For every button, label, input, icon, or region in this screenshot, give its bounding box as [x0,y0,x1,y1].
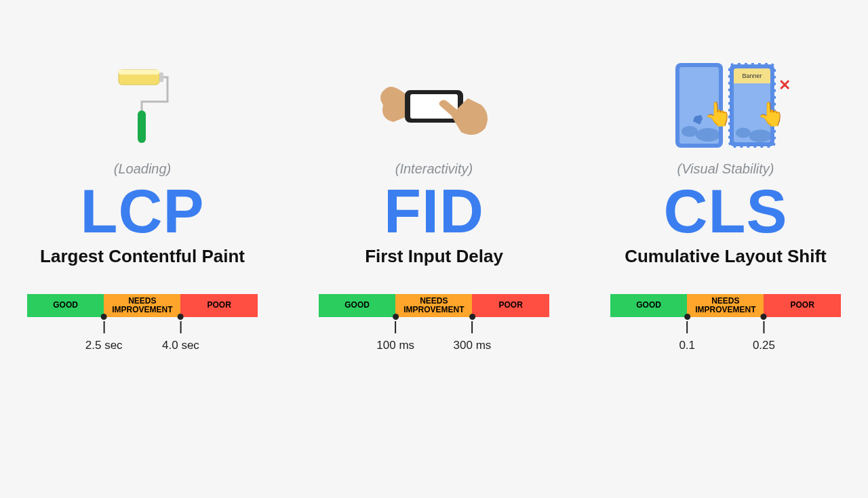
svg-point-10 [736,127,751,138]
metric-acronym: CLS [664,181,788,242]
banner-label: Banner [734,68,770,83]
segment-poor: POOR [764,294,841,317]
paint-roller-icon [112,61,173,149]
threshold-tick-2: 4.0 sec [162,314,199,352]
threshold-bar: GOOD NEEDSIMPROVEMENT POOR 100 ms 300 ms [319,294,549,351]
pointing-hand-icon: 👆 [757,100,785,127]
threshold-bar: GOOD NEEDSIMPROVEMENT POOR 0.1 0.25 [610,294,841,351]
threshold-tick-2: 300 ms [454,314,492,352]
metric-fullname: Cumulative Layout Shift [625,246,827,267]
metric-acronym: FID [384,181,484,242]
x-mark-icon: ✕ [778,77,791,94]
metric-category: (Interactivity) [395,161,473,177]
threshold-tick-1: 0.1 [679,314,695,352]
metric-cls: Banner 👆 👆 ✕ (Visual Stability) CLS Cumu… [604,61,848,351]
metric-category: (Visual Stability) [677,161,774,177]
metric-fullname: First Input Delay [365,246,503,267]
threshold-label: 0.1 [679,339,695,352]
metric-fid: (Interactivity) FID First Input Delay GO… [312,61,556,351]
threshold-label: 300 ms [454,339,492,352]
svg-rect-2 [159,72,163,82]
svg-rect-3 [138,110,146,143]
svg-rect-1 [119,70,159,75]
metric-acronym: LCP [81,181,205,242]
layout-shift-icon: Banner 👆 👆 ✕ [675,61,776,149]
segment-good: GOOD [610,294,687,317]
svg-point-7 [682,126,698,137]
hands-phone-icon [370,61,498,149]
threshold-tick-1: 100 ms [376,314,414,352]
threshold-label: 4.0 sec [162,339,199,352]
threshold-bar: GOOD NEEDSIMPROVEMENT POOR 2.5 sec 4.0 s… [27,294,258,351]
metric-category: (Loading) [114,161,172,177]
threshold-tick-2: 0.25 [753,314,775,352]
metrics-row: (Loading) LCP Largest Contentful Paint G… [20,61,848,351]
metric-fullname: Largest Contentful Paint [40,246,245,267]
threshold-tick-1: 2.5 sec [85,314,123,352]
metric-lcp: (Loading) LCP Largest Contentful Paint G… [20,61,264,351]
pointing-hand-icon: 👆 [704,100,732,127]
threshold-label: 2.5 sec [85,339,123,352]
threshold-label: 0.25 [753,339,775,352]
threshold-label: 100 ms [376,339,414,352]
